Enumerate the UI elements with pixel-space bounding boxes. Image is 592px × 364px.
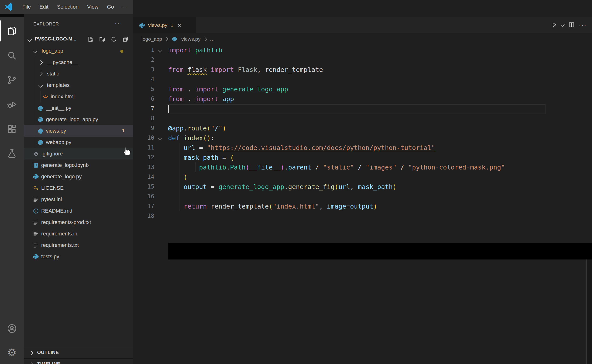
tree-item-generate-logo-app-py[interactable]: generate_logo_app.py (24, 114, 133, 125)
run-icon[interactable] (550, 21, 558, 29)
fold-chevron-down-icon[interactable] (158, 137, 162, 141)
code-text: @app.route("/") (168, 123, 226, 133)
code-line-17[interactable]: 17 return render_template("index.html", … (133, 202, 592, 211)
info-icon (33, 208, 39, 214)
current-line-highlight (167, 104, 546, 114)
tree-item-label: __pycache__ (47, 59, 78, 65)
chevron-right-icon (38, 72, 43, 76)
activity-source-control-icon[interactable] (0, 68, 24, 92)
code-line-2[interactable]: 2 (133, 55, 592, 65)
tree-item-requirements-in[interactable]: requirements.in (24, 228, 133, 240)
tab-dirty-badge: 1 (171, 23, 173, 28)
code-line-10[interactable]: 10def index(): (133, 133, 592, 143)
tree-item-license[interactable]: LICENSE (24, 182, 133, 194)
line-number: 12 (133, 153, 154, 162)
explorer-title: EXPLORER (33, 21, 59, 27)
modified-count-badge: 1 (122, 128, 125, 134)
code-text: url = "https://code.visualstudio.com/doc… (168, 143, 435, 153)
tree-item--init-py[interactable]: __init__.py (24, 102, 133, 114)
tree-item-requirements-prod-txt[interactable]: requirements-prod.txt (24, 217, 133, 228)
tree-item-label: README.md (41, 208, 72, 214)
menu-go[interactable]: Go (104, 2, 117, 11)
activity-testing-icon[interactable] (0, 142, 24, 165)
tree-item-label: generate_logo.ipynb (41, 162, 89, 168)
chevron-down-icon (38, 83, 43, 87)
explorer-more-icon[interactable]: ··· (115, 20, 123, 27)
tree-item-label: tests.py (41, 254, 59, 260)
tree-item-webapp-py[interactable]: webapp.py (24, 137, 133, 148)
tree-item--gitignore[interactable]: .gitignore (24, 148, 133, 160)
config-icon (33, 242, 39, 248)
menu-file[interactable]: File (19, 2, 34, 11)
more-actions-icon[interactable]: ··· (579, 22, 587, 29)
code-text: mask_path = ( (168, 153, 234, 162)
activity-account-icon[interactable] (0, 317, 24, 340)
menu-selection[interactable]: Selection (54, 2, 82, 11)
outline-section[interactable]: OUTLINE (24, 347, 133, 358)
split-editor-icon[interactable] (568, 21, 575, 29)
activity-settings-icon[interactable]: ⚙ (0, 341, 24, 364)
menu-view[interactable]: View (84, 2, 102, 11)
sidebar-header: EXPLORER ··· (24, 19, 133, 31)
menu-more-icon[interactable]: ··· (117, 4, 130, 10)
tree-item-logo-app[interactable]: logo_app (24, 45, 133, 57)
tree-item-requirements-txt[interactable]: requirements.txt (24, 240, 133, 251)
new-file-icon[interactable] (86, 35, 95, 43)
new-folder-icon[interactable] (98, 35, 106, 43)
code-text: return render_template("index.html", ima… (168, 202, 377, 211)
python-icon (37, 128, 44, 134)
code-line-6[interactable]: 6from . import app (133, 94, 592, 104)
code-line-15[interactable]: 15 output = generate_logo_app.generate_f… (133, 182, 592, 192)
activity-run-debug-icon[interactable] (0, 93, 24, 117)
fold-chevron-down-icon[interactable] (158, 49, 162, 53)
code-line-7[interactable]: 7 (133, 104, 592, 114)
project-section-header[interactable]: PVSCC-LOGO-M... (24, 34, 133, 45)
timeline-section[interactable]: TIMELINE (24, 358, 133, 364)
tree-item-generate-logo-py[interactable]: generate_logo.py (24, 171, 133, 182)
activity-explorer-icon[interactable] (0, 19, 24, 43)
mouse-cursor-hand (121, 146, 132, 158)
code-line-18[interactable]: 18 (133, 211, 592, 221)
tree-item-pytest-ini[interactable]: pytest.ini (24, 194, 133, 205)
code-line-13[interactable]: 13 pathlib.Path(__file__).parent / "stat… (133, 162, 592, 172)
line-number: 10 (133, 133, 154, 143)
tree-item-tests-py[interactable]: tests.py (24, 251, 133, 262)
code-line-1[interactable]: 1import pathlib (133, 45, 592, 55)
code-line-4[interactable]: 4 (133, 75, 592, 84)
tree-item-static[interactable]: static (24, 68, 133, 79)
tree-indent-guide (35, 57, 35, 148)
tree-item-label: requirements-prod.txt (41, 219, 91, 225)
code-line-9[interactable]: 9@app.route("/") (133, 123, 592, 133)
code-line-12[interactable]: 12 mask_path = ( (133, 153, 592, 162)
chevron-right-icon (203, 37, 207, 41)
code-line-3[interactable]: 3from flask import Flask, render_templat… (133, 65, 592, 75)
chevron-right-icon (165, 37, 169, 41)
chevron-right-icon[interactable] (29, 351, 33, 355)
chevron-right-icon[interactable] (29, 362, 33, 364)
breadcrumb-item[interactable]: logo_app (142, 36, 162, 42)
refresh-icon[interactable] (110, 35, 118, 43)
activity-extensions-icon[interactable] (0, 117, 24, 141)
tree-item-views-py[interactable]: views.py1 (24, 125, 133, 137)
breadcrumb-item[interactable]: … (210, 36, 215, 42)
tree-item-templates[interactable]: templates (24, 79, 133, 91)
code-editor[interactable]: 1import pathlib23from flask import Flask… (133, 45, 592, 221)
code-line-14[interactable]: 14 ) (133, 172, 592, 182)
code-line-5[interactable]: 5from . import generate_logo_app (133, 84, 592, 94)
tab-views-py[interactable]: views.py 1 × (133, 17, 196, 33)
chevron-down-icon[interactable] (27, 37, 32, 42)
line-number: 11 (133, 143, 154, 153)
close-icon[interactable]: × (178, 22, 181, 29)
collapse-all-icon[interactable] (121, 35, 130, 43)
run-dropdown-icon[interactable] (561, 23, 565, 27)
tree-item--pycache-[interactable]: __pycache__ (24, 57, 133, 68)
code-line-11[interactable]: 11 url = "https://code.visualstudio.com/… (133, 143, 592, 153)
menu-edit[interactable]: Edit (36, 2, 52, 11)
tree-item-readme-md[interactable]: README.md (24, 205, 133, 217)
breadcrumb-item[interactable]: views.py (181, 36, 201, 42)
code-line-16[interactable]: 16 (133, 192, 592, 202)
tree-item-generate-logo-ipynb[interactable]: generate_logo.ipynb (24, 160, 133, 171)
activity-search-icon[interactable] (0, 44, 24, 67)
code-line-8[interactable]: 8 (133, 114, 592, 123)
line-number: 14 (133, 172, 154, 182)
